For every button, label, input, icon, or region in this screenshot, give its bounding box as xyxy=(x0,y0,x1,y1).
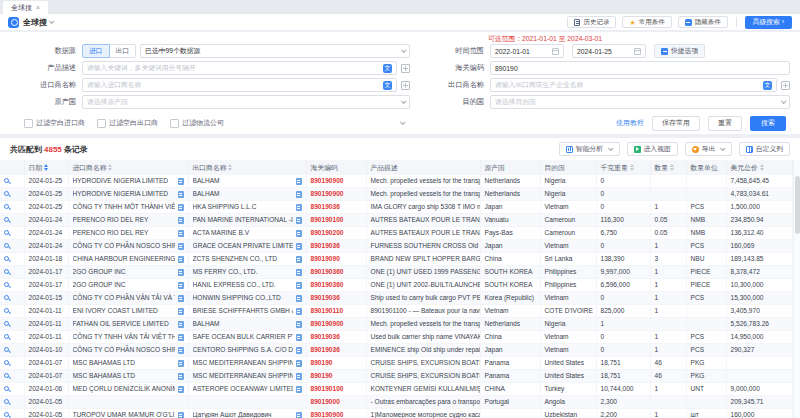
copy-icon[interactable] xyxy=(296,347,302,354)
save-conditions-button[interactable]: 保存常用 xyxy=(652,116,700,131)
vertical-scrollbar[interactable] xyxy=(793,160,800,418)
search-icon[interactable] xyxy=(4,321,9,326)
search-button[interactable]: 搜索 xyxy=(750,116,786,131)
date-from-input[interactable]: 2022-01-01 xyxy=(490,44,564,58)
translate-icon[interactable] xyxy=(383,64,392,73)
reset-button[interactable]: 重置 xyxy=(708,116,742,131)
export-button[interactable]: 导出 xyxy=(685,142,732,156)
search-icon[interactable] xyxy=(4,230,9,235)
copy-icon[interactable] xyxy=(178,295,184,302)
sort-icon[interactable] xyxy=(630,164,634,171)
exporter-input[interactable]: 请输入出口商或生产企业名称 xyxy=(490,78,777,92)
favorites-button[interactable]: ★ 常用条件 xyxy=(622,16,671,28)
tab-close-icon[interactable]: × xyxy=(36,4,40,11)
chevron-down-icon[interactable] xyxy=(49,19,54,24)
copy-icon[interactable] xyxy=(178,334,184,341)
expand-grid-icon[interactable] xyxy=(781,81,790,90)
collapse-filters-icon[interactable] xyxy=(400,120,405,125)
copy-icon[interactable] xyxy=(296,204,302,211)
copy-icon[interactable] xyxy=(296,217,302,224)
search-icon[interactable] xyxy=(4,191,9,196)
copy-icon[interactable] xyxy=(178,178,184,185)
header-exporter[interactable]: 出口商名称 xyxy=(188,160,306,175)
copy-icon[interactable] xyxy=(178,386,184,393)
copy-icon[interactable] xyxy=(296,373,302,380)
sort-icon[interactable] xyxy=(108,164,112,171)
date-to-input[interactable]: 2024-01-25 xyxy=(572,44,646,58)
enter-view-button[interactable]: 进入视图 xyxy=(627,142,678,156)
copy-icon[interactable] xyxy=(178,321,184,328)
search-icon[interactable] xyxy=(4,269,9,274)
copy-icon[interactable] xyxy=(296,321,302,328)
copy-icon[interactable] xyxy=(296,230,302,237)
copy-icon[interactable] xyxy=(178,204,184,211)
copy-icon[interactable] xyxy=(296,360,302,367)
copy-icon[interactable] xyxy=(296,282,302,289)
export-toggle[interactable]: 出口 xyxy=(110,44,137,58)
search-icon[interactable] xyxy=(4,360,9,365)
sort-icon[interactable] xyxy=(670,164,674,171)
search-icon[interactable] xyxy=(4,308,9,313)
copy-icon[interactable] xyxy=(178,373,184,380)
custom-columns-button[interactable]: 自定义列 xyxy=(739,142,790,156)
importer-input[interactable]: 请输入进口商名称 xyxy=(82,78,397,92)
search-icon[interactable] xyxy=(4,334,9,339)
search-icon[interactable] xyxy=(4,282,9,287)
copy-icon[interactable] xyxy=(178,269,184,276)
import-toggle[interactable]: 进口 xyxy=(82,44,110,58)
search-icon[interactable] xyxy=(4,373,9,378)
copy-icon[interactable] xyxy=(296,256,302,263)
sort-icon[interactable] xyxy=(228,164,232,171)
data-source-select[interactable]: 已选中99个数据源 xyxy=(140,44,410,58)
copy-icon[interactable] xyxy=(178,243,184,250)
translate-icon[interactable] xyxy=(383,81,392,90)
copy-icon[interactable] xyxy=(296,308,302,315)
checkbox-filter-blank-importer[interactable]: 过滤空白进口商 xyxy=(24,118,85,128)
header-usd-total[interactable]: 美元总价 xyxy=(726,160,792,175)
search-icon[interactable] xyxy=(4,178,9,183)
sort-icon[interactable] xyxy=(760,164,764,171)
scrollbar-thumb[interactable] xyxy=(795,176,800,234)
dest-country-select[interactable]: 请选择目的国 xyxy=(490,95,790,109)
tutorial-link[interactable]: 使用教程 xyxy=(616,118,644,128)
copy-icon[interactable] xyxy=(296,269,302,276)
expand-grid-icon[interactable] xyxy=(401,64,410,73)
copy-icon[interactable] xyxy=(296,412,302,418)
smart-analysis-button[interactable]: 智能分析 xyxy=(559,142,620,156)
expand-grid-icon[interactable] xyxy=(401,81,410,90)
quick-options-button[interactable]: 快捷选项 xyxy=(654,44,705,58)
hide-conditions-button[interactable]: 隐藏条件 xyxy=(678,16,728,28)
search-icon[interactable] xyxy=(4,204,9,209)
checkbox-filter-blank-exporter[interactable]: 过滤空白出口商 xyxy=(97,118,158,128)
copy-icon[interactable] xyxy=(178,230,184,237)
header-quantity[interactable]: 数量 xyxy=(650,160,686,175)
header-kg-weight[interactable]: 千克重量 xyxy=(596,160,650,175)
advanced-search-button[interactable]: 高级搜索 › xyxy=(745,16,792,29)
copy-icon[interactable] xyxy=(178,256,184,263)
copy-icon[interactable] xyxy=(178,347,184,354)
sort-icon[interactable] xyxy=(44,164,48,171)
header-importer[interactable]: 进口商名称 xyxy=(68,160,188,175)
search-icon[interactable] xyxy=(4,399,9,404)
search-icon[interactable] xyxy=(4,256,9,261)
copy-icon[interactable] xyxy=(178,191,184,198)
copy-icon[interactable] xyxy=(178,412,184,418)
product-desc-input[interactable]: 请输入关键词，多关键词用分号隔开 xyxy=(82,61,397,75)
search-icon[interactable] xyxy=(4,347,9,352)
copy-icon[interactable] xyxy=(178,308,184,315)
copy-icon[interactable] xyxy=(296,386,302,393)
search-icon[interactable] xyxy=(4,412,9,417)
translate-icon[interactable] xyxy=(763,81,772,90)
copy-icon[interactable] xyxy=(178,217,184,224)
tab-global-search[interactable]: 全球搜 × xyxy=(3,1,48,14)
search-icon[interactable] xyxy=(4,386,9,391)
history-button[interactable]: 历史记录 xyxy=(567,16,616,28)
origin-country-select[interactable]: 请选择原产国 xyxy=(82,95,410,109)
search-icon[interactable] xyxy=(4,243,9,248)
checkbox-filter-logistics[interactable]: 过滤物流公司 xyxy=(170,118,224,128)
copy-icon[interactable] xyxy=(178,360,184,367)
copy-icon[interactable] xyxy=(296,178,302,185)
copy-icon[interactable] xyxy=(178,282,184,289)
copy-icon[interactable] xyxy=(296,243,302,250)
copy-icon[interactable] xyxy=(296,334,302,341)
